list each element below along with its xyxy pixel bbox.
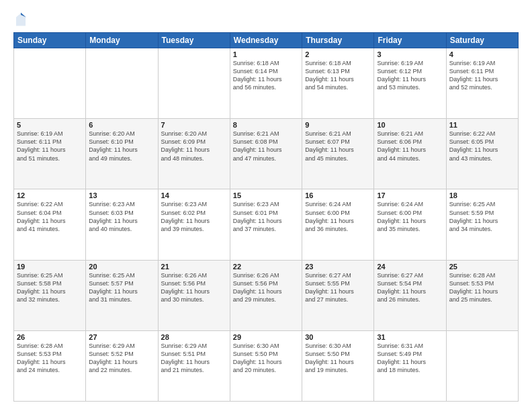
calendar-cell: 27Sunrise: 6:29 AM Sunset: 5:52 PM Dayli… xyxy=(86,330,158,401)
day-number: 5 xyxy=(17,121,83,129)
calendar-cell: 21Sunrise: 6:26 AM Sunset: 5:56 PM Dayli… xyxy=(158,260,230,330)
day-number: 31 xyxy=(377,333,443,341)
day-info: Sunrise: 6:23 AM Sunset: 6:01 PM Dayligh… xyxy=(233,200,299,233)
calendar-week-row: 5Sunrise: 6:19 AM Sunset: 6:11 PM Daylig… xyxy=(14,119,519,189)
day-number: 21 xyxy=(161,263,227,271)
day-number: 16 xyxy=(305,191,371,199)
day-number: 4 xyxy=(449,50,515,58)
day-info: Sunrise: 6:30 AM Sunset: 5:50 PM Dayligh… xyxy=(233,342,299,375)
calendar-cell: 26Sunrise: 6:28 AM Sunset: 5:53 PM Dayli… xyxy=(14,330,86,401)
day-number: 8 xyxy=(233,121,299,129)
calendar-cell: 18Sunrise: 6:25 AM Sunset: 5:59 PM Dayli… xyxy=(446,189,518,260)
day-number: 24 xyxy=(377,263,443,271)
day-number: 27 xyxy=(89,333,154,341)
calendar-cell: 6Sunrise: 6:20 AM Sunset: 6:10 PM Daylig… xyxy=(86,119,158,189)
calendar-cell: 20Sunrise: 6:25 AM Sunset: 5:57 PM Dayli… xyxy=(86,260,158,330)
calendar-cell: 14Sunrise: 6:23 AM Sunset: 6:02 PM Dayli… xyxy=(158,189,230,260)
calendar-cell: 31Sunrise: 6:31 AM Sunset: 5:49 PM Dayli… xyxy=(374,330,446,401)
day-info: Sunrise: 6:30 AM Sunset: 5:50 PM Dayligh… xyxy=(305,342,371,375)
day-info: Sunrise: 6:20 AM Sunset: 6:09 PM Dayligh… xyxy=(161,130,227,163)
day-info: Sunrise: 6:28 AM Sunset: 5:53 PM Dayligh… xyxy=(17,342,83,375)
calendar-cell xyxy=(14,48,86,119)
svg-marker-0 xyxy=(16,13,26,26)
day-info: Sunrise: 6:23 AM Sunset: 6:02 PM Dayligh… xyxy=(161,200,227,233)
day-number: 17 xyxy=(377,191,443,199)
day-info: Sunrise: 6:23 AM Sunset: 6:03 PM Dayligh… xyxy=(89,200,154,233)
day-info: Sunrise: 6:22 AM Sunset: 6:04 PM Dayligh… xyxy=(17,200,83,233)
calendar-cell: 7Sunrise: 6:20 AM Sunset: 6:09 PM Daylig… xyxy=(158,119,230,189)
day-info: Sunrise: 6:20 AM Sunset: 6:10 PM Dayligh… xyxy=(89,130,154,163)
calendar-cell: 24Sunrise: 6:27 AM Sunset: 5:54 PM Dayli… xyxy=(374,260,446,330)
calendar-cell: 5Sunrise: 6:19 AM Sunset: 6:11 PM Daylig… xyxy=(14,119,86,189)
calendar-header-monday: Monday xyxy=(86,33,158,48)
day-number: 19 xyxy=(17,263,83,271)
day-info: Sunrise: 6:29 AM Sunset: 5:52 PM Dayligh… xyxy=(89,342,154,375)
calendar-cell: 30Sunrise: 6:30 AM Sunset: 5:50 PM Dayli… xyxy=(302,330,374,401)
day-info: Sunrise: 6:31 AM Sunset: 5:49 PM Dayligh… xyxy=(377,342,443,375)
calendar-header-sunday: Sunday xyxy=(14,33,86,48)
calendar-cell xyxy=(446,330,518,401)
calendar-cell: 11Sunrise: 6:22 AM Sunset: 6:05 PM Dayli… xyxy=(446,119,518,189)
day-number: 10 xyxy=(377,121,443,129)
day-number: 1 xyxy=(233,50,299,58)
day-number: 9 xyxy=(305,121,371,129)
day-info: Sunrise: 6:27 AM Sunset: 5:55 PM Dayligh… xyxy=(305,271,371,304)
day-info: Sunrise: 6:29 AM Sunset: 5:51 PM Dayligh… xyxy=(161,342,227,375)
logo-icon xyxy=(15,12,27,27)
calendar-table: SundayMondayTuesdayWednesdayThursdayFrid… xyxy=(13,32,519,402)
calendar-cell: 8Sunrise: 6:21 AM Sunset: 6:08 PM Daylig… xyxy=(230,119,302,189)
day-info: Sunrise: 6:18 AM Sunset: 6:14 PM Dayligh… xyxy=(233,59,299,92)
day-info: Sunrise: 6:18 AM Sunset: 6:13 PM Dayligh… xyxy=(305,59,371,92)
calendar-cell: 25Sunrise: 6:28 AM Sunset: 5:53 PM Dayli… xyxy=(446,260,518,330)
day-info: Sunrise: 6:25 AM Sunset: 5:57 PM Dayligh… xyxy=(89,271,154,304)
calendar-header-friday: Friday xyxy=(374,33,446,48)
day-number: 26 xyxy=(17,333,83,341)
day-number: 30 xyxy=(305,333,371,341)
day-info: Sunrise: 6:25 AM Sunset: 5:58 PM Dayligh… xyxy=(17,271,83,304)
day-number: 25 xyxy=(449,263,515,271)
calendar-header-tuesday: Tuesday xyxy=(158,33,230,48)
day-info: Sunrise: 6:21 AM Sunset: 6:06 PM Dayligh… xyxy=(377,130,443,163)
calendar-cell: 3Sunrise: 6:19 AM Sunset: 6:12 PM Daylig… xyxy=(374,48,446,119)
calendar-cell: 15Sunrise: 6:23 AM Sunset: 6:01 PM Dayli… xyxy=(230,189,302,260)
day-info: Sunrise: 6:24 AM Sunset: 6:00 PM Dayligh… xyxy=(377,200,443,233)
day-number: 15 xyxy=(233,191,299,199)
day-number: 23 xyxy=(305,263,371,271)
logo xyxy=(13,12,30,27)
day-number: 29 xyxy=(233,333,299,341)
calendar-cell: 16Sunrise: 6:24 AM Sunset: 6:00 PM Dayli… xyxy=(302,189,374,260)
day-number: 14 xyxy=(161,191,227,199)
calendar-header-row: SundayMondayTuesdayWednesdayThursdayFrid… xyxy=(14,33,519,48)
calendar-cell: 22Sunrise: 6:26 AM Sunset: 5:56 PM Dayli… xyxy=(230,260,302,330)
day-number: 2 xyxy=(305,50,371,58)
day-info: Sunrise: 6:21 AM Sunset: 6:07 PM Dayligh… xyxy=(305,130,371,163)
calendar-cell: 4Sunrise: 6:19 AM Sunset: 6:11 PM Daylig… xyxy=(446,48,518,119)
calendar-cell: 29Sunrise: 6:30 AM Sunset: 5:50 PM Dayli… xyxy=(230,330,302,401)
calendar-week-row: 1Sunrise: 6:18 AM Sunset: 6:14 PM Daylig… xyxy=(14,48,519,119)
day-number: 12 xyxy=(17,191,83,199)
calendar-week-row: 26Sunrise: 6:28 AM Sunset: 5:53 PM Dayli… xyxy=(14,330,519,401)
calendar-week-row: 12Sunrise: 6:22 AM Sunset: 6:04 PM Dayli… xyxy=(14,189,519,260)
day-number: 3 xyxy=(377,50,443,58)
day-info: Sunrise: 6:19 AM Sunset: 6:11 PM Dayligh… xyxy=(449,59,515,92)
calendar-week-row: 19Sunrise: 6:25 AM Sunset: 5:58 PM Dayli… xyxy=(14,260,519,330)
day-number: 18 xyxy=(449,191,515,199)
day-info: Sunrise: 6:21 AM Sunset: 6:08 PM Dayligh… xyxy=(233,130,299,163)
calendar-header-saturday: Saturday xyxy=(446,33,518,48)
calendar-cell: 28Sunrise: 6:29 AM Sunset: 5:51 PM Dayli… xyxy=(158,330,230,401)
calendar-cell xyxy=(158,48,230,119)
day-info: Sunrise: 6:19 AM Sunset: 6:12 PM Dayligh… xyxy=(377,59,443,92)
calendar-cell: 9Sunrise: 6:21 AM Sunset: 6:07 PM Daylig… xyxy=(302,119,374,189)
day-info: Sunrise: 6:26 AM Sunset: 5:56 PM Dayligh… xyxy=(233,271,299,304)
day-number: 28 xyxy=(161,333,227,341)
day-info: Sunrise: 6:19 AM Sunset: 6:11 PM Dayligh… xyxy=(17,130,83,163)
calendar-cell: 19Sunrise: 6:25 AM Sunset: 5:58 PM Dayli… xyxy=(14,260,86,330)
calendar-header-thursday: Thursday xyxy=(302,33,374,48)
day-number: 20 xyxy=(89,263,154,271)
calendar-cell: 1Sunrise: 6:18 AM Sunset: 6:14 PM Daylig… xyxy=(230,48,302,119)
calendar-cell: 13Sunrise: 6:23 AM Sunset: 6:03 PM Dayli… xyxy=(86,189,158,260)
day-number: 13 xyxy=(89,191,154,199)
day-info: Sunrise: 6:27 AM Sunset: 5:54 PM Dayligh… xyxy=(377,271,443,304)
calendar-cell xyxy=(86,48,158,119)
day-info: Sunrise: 6:22 AM Sunset: 6:05 PM Dayligh… xyxy=(449,130,515,163)
